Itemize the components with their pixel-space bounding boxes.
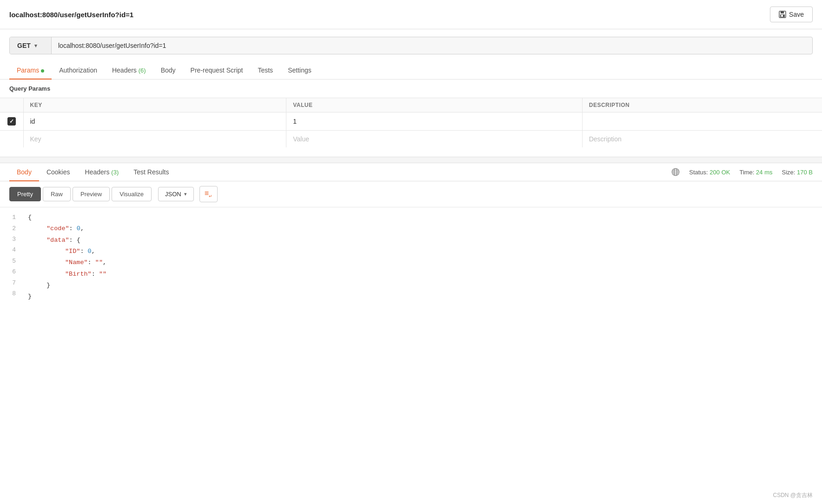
- view-pretty-button[interactable]: Pretty: [9, 187, 41, 201]
- view-visualize-button[interactable]: Visualize: [112, 187, 152, 201]
- top-bar: localhost:8080/user/getUserInfo?id=1 Sav…: [0, 0, 822, 29]
- json-line-1: {: [28, 212, 817, 223]
- row-checkbox-cell[interactable]: [0, 113, 23, 131]
- line-numbers: 1 2 3 4 5 6 7 8: [0, 212, 23, 302]
- tab-pre-request-script[interactable]: Pre-request Script: [183, 62, 251, 80]
- col-key: KEY: [23, 98, 286, 113]
- status-label: Status: 200 OK: [689, 169, 730, 176]
- request-bar: GET ▾: [9, 37, 813, 54]
- tab-response-headers[interactable]: Headers (3): [78, 164, 126, 181]
- json-line-3: "data": {: [28, 235, 817, 246]
- tab-authorization[interactable]: Authorization: [52, 62, 105, 80]
- format-label: JSON: [165, 191, 181, 198]
- tab-response-body[interactable]: Body: [9, 164, 39, 181]
- globe-icon: [671, 168, 680, 176]
- empty-key[interactable]: Key: [23, 131, 286, 148]
- row-value[interactable]: 1: [286, 113, 582, 131]
- tab-cookies[interactable]: Cookies: [39, 164, 78, 181]
- params-table: KEY VALUE DESCRIPTION id 1 Key Value Des…: [0, 98, 822, 147]
- request-tabs: Params Authorization Headers (6) Body Pr…: [0, 62, 822, 80]
- row-key[interactable]: id: [23, 113, 286, 131]
- params-dot: [41, 69, 44, 73]
- time-value: 24 ms: [756, 169, 772, 176]
- save-button[interactable]: Save: [770, 7, 813, 22]
- tab-params[interactable]: Params: [9, 62, 52, 80]
- svg-rect-1: [781, 11, 784, 13]
- size-value: 170 B: [797, 169, 813, 176]
- response-tabs-bar: Body Cookies Headers (3) Test Results St…: [0, 163, 822, 181]
- wrap-button[interactable]: ≡↵: [199, 186, 218, 202]
- view-preview-button[interactable]: Preview: [73, 187, 110, 201]
- format-selector[interactable]: JSON ▾: [158, 187, 194, 201]
- query-params-title: Query Params: [0, 80, 822, 98]
- page-title: localhost:8080/user/getUserInfo?id=1: [9, 11, 133, 19]
- tab-settings[interactable]: Settings: [280, 62, 319, 80]
- response-status: Status: 200 OK Time: 24 ms Size: 170 B: [671, 163, 813, 181]
- wrap-icon: ≡↵: [205, 190, 212, 199]
- save-icon: [779, 11, 786, 18]
- section-divider: [0, 157, 822, 163]
- tab-tests[interactable]: Tests: [250, 62, 280, 80]
- method-selector[interactable]: GET ▾: [10, 37, 52, 54]
- method-label: GET: [17, 42, 31, 49]
- json-line-5: "Name": "",: [28, 257, 817, 268]
- json-line-8: }: [28, 291, 817, 302]
- row-description[interactable]: [582, 113, 822, 131]
- tab-body[interactable]: Body: [153, 62, 183, 80]
- time-label: Time: 24 ms: [739, 169, 772, 176]
- size-label: Size: 170 B: [782, 169, 813, 176]
- json-line-6: "Birth": "": [28, 269, 817, 280]
- empty-value[interactable]: Value: [286, 131, 582, 148]
- checkbox[interactable]: [7, 117, 16, 126]
- method-chevron-icon: ▾: [34, 43, 37, 49]
- table-row: id 1: [0, 113, 822, 131]
- json-line-2: "code": 0,: [28, 223, 817, 234]
- table-empty-row: Key Value Description: [0, 131, 822, 148]
- format-chevron-icon: ▾: [184, 191, 187, 197]
- tab-headers[interactable]: Headers (6): [105, 62, 153, 80]
- empty-description[interactable]: Description: [582, 131, 822, 148]
- json-line-4: "ID": 0,: [28, 246, 817, 257]
- response-toolbar: Pretty Raw Preview Visualize JSON ▾ ≡↵: [0, 181, 822, 207]
- url-input[interactable]: [52, 37, 812, 54]
- view-raw-button[interactable]: Raw: [43, 187, 71, 201]
- status-value: 200 OK: [709, 169, 730, 176]
- tab-test-results[interactable]: Test Results: [126, 164, 176, 181]
- json-line-7: }: [28, 280, 817, 291]
- col-value: VALUE: [286, 98, 582, 113]
- col-checkbox: [0, 98, 23, 113]
- json-code-view: 1 2 3 4 5 6 7 8 { "code": 0, "data": { "…: [0, 207, 822, 307]
- svg-rect-3: [781, 15, 783, 17]
- empty-checkbox-cell: [0, 131, 23, 148]
- col-description: DESCRIPTION: [582, 98, 822, 113]
- save-label: Save: [789, 11, 804, 18]
- json-content: { "code": 0, "data": { "ID": 0, "Name": …: [23, 212, 822, 302]
